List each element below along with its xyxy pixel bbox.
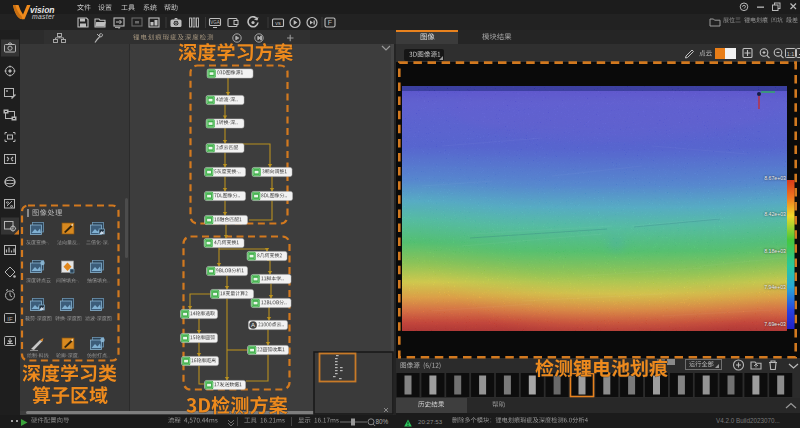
svg-text:VGA: VGA	[210, 20, 220, 25]
svg-text:A: A	[251, 322, 255, 328]
svg-text:vs: vs	[275, 20, 281, 26]
svg-text:IF: IF	[7, 316, 13, 322]
svg-text:1:1: 1:1	[787, 51, 795, 57]
svg-text:F: F	[328, 19, 332, 26]
